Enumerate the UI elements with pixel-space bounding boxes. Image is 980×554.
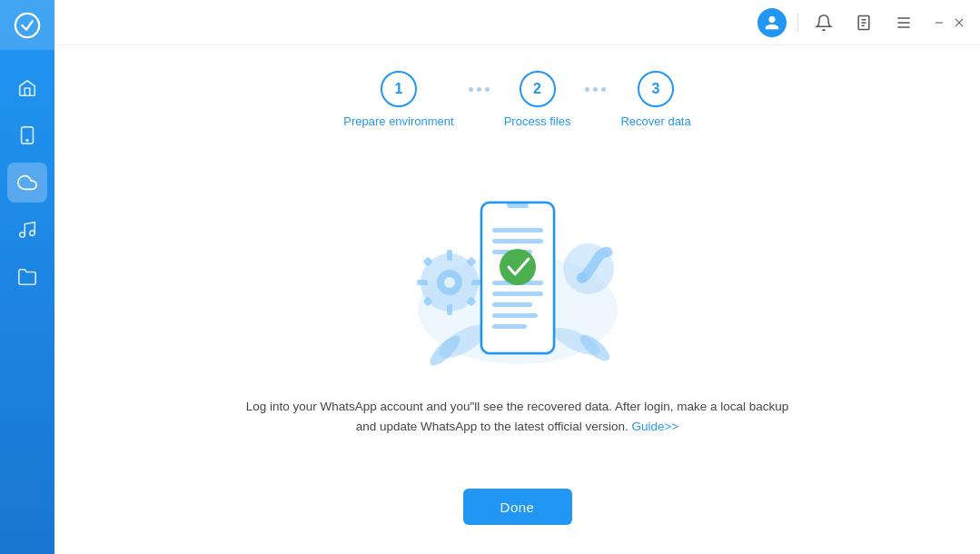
svg-rect-37: [492, 239, 543, 243]
document-icon[interactable]: [849, 8, 878, 37]
minimize-button[interactable]: [933, 16, 945, 29]
sidebar-nav: [7, 68, 47, 554]
step-1: 1 Prepare environment: [343, 71, 453, 128]
svg-rect-43: [492, 324, 527, 329]
step-2: 2 Process files: [504, 71, 571, 128]
svg-point-4: [30, 231, 35, 235]
svg-rect-19: [447, 250, 452, 261]
close-button[interactable]: [953, 16, 965, 29]
done-button[interactable]: Done: [463, 489, 572, 525]
svg-rect-20: [447, 304, 452, 315]
svg-rect-36: [492, 228, 543, 232]
sidebar: [0, 0, 54, 554]
info-text: Log into your WhatsApp account and you"l…: [236, 397, 799, 436]
svg-point-44: [500, 249, 536, 285]
steps-container: 1 Prepare environment 2 Process files 3 …: [54, 45, 980, 146]
svg-rect-42: [492, 313, 538, 318]
step-1-label: Prepare environment: [343, 114, 453, 128]
svg-point-18: [444, 277, 455, 288]
menu-icon[interactable]: [889, 8, 918, 37]
svg-point-3: [20, 232, 25, 238]
guide-link[interactable]: Guide>>: [631, 420, 678, 433]
svg-point-28: [577, 272, 588, 283]
app-logo[interactable]: [0, 0, 54, 50]
svg-rect-40: [492, 292, 543, 296]
sidebar-item-phone[interactable]: [7, 115, 47, 155]
user-avatar[interactable]: [757, 8, 787, 37]
svg-rect-41: [492, 302, 532, 307]
svg-rect-35: [507, 203, 529, 208]
header: [54, 0, 980, 45]
step-dots-1: [454, 87, 504, 92]
info-main-text: Log into your WhatsApp account and you"l…: [246, 400, 789, 433]
step-2-label: Process files: [504, 114, 571, 128]
svg-rect-21: [417, 280, 428, 285]
sidebar-item-cloud[interactable]: [7, 163, 47, 203]
main-content: 1 Prepare environment 2 Process files 3 …: [54, 0, 980, 554]
step-1-circle: 1: [381, 71, 417, 107]
window-controls: [933, 16, 965, 29]
notification-bell[interactable]: [809, 8, 838, 37]
svg-point-2: [26, 140, 28, 142]
done-button-wrap: Done: [54, 463, 980, 554]
header-divider: [797, 14, 798, 32]
sidebar-item-home[interactable]: [7, 68, 47, 108]
sidebar-item-music[interactable]: [7, 210, 47, 250]
svg-point-0: [15, 13, 39, 36]
step-3-circle: 3: [638, 71, 674, 107]
sidebar-item-folder[interactable]: [7, 257, 47, 297]
phone-recovery-illustration: [372, 173, 663, 382]
step-2-circle: 2: [520, 71, 556, 107]
step-dots-2: [570, 87, 620, 92]
illustration-area: Log into your WhatsApp account and you"l…: [54, 146, 980, 463]
step-3-label: Recover data: [620, 114, 690, 128]
step-3: 3 Recover data: [620, 71, 690, 128]
